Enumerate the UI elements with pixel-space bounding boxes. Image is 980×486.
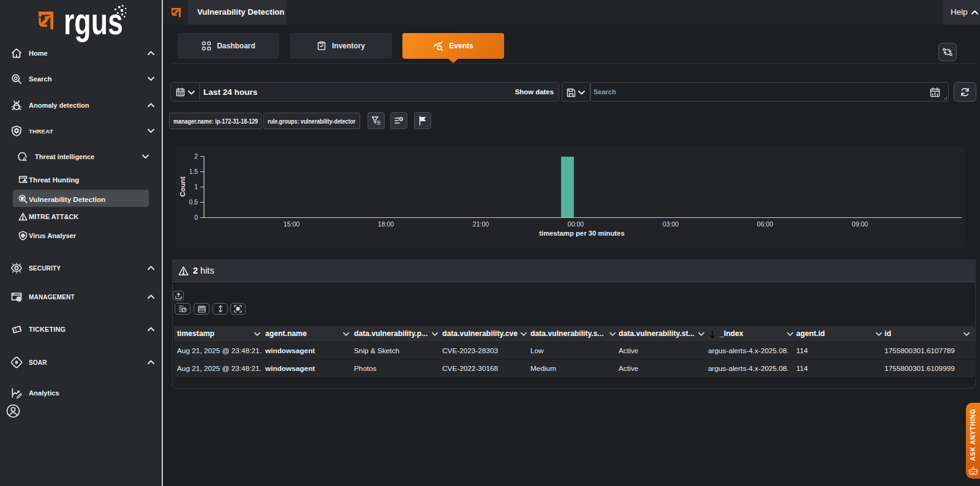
svg-text:2: 2 [194, 152, 198, 160]
svg-text:1.5: 1.5 [189, 168, 198, 175]
svg-text:00:00: 00:00 [568, 220, 584, 228]
svg-text:timestamp per 30 minutes: timestamp per 30 minutes [539, 230, 624, 237]
svg-text:0: 0 [194, 214, 198, 221]
svg-text:03:00: 03:00 [663, 220, 679, 228]
svg-text:1: 1 [194, 183, 198, 190]
svg-text:15:00: 15:00 [284, 220, 300, 228]
svg-text:06:00: 06:00 [757, 220, 773, 228]
svg-text:Count: Count [179, 176, 186, 196]
svg-text:21:00: 21:00 [473, 220, 489, 228]
svg-text:0.5: 0.5 [189, 198, 198, 206]
svg-text:18:00: 18:00 [378, 220, 394, 228]
svg-text:09:00: 09:00 [852, 220, 868, 228]
